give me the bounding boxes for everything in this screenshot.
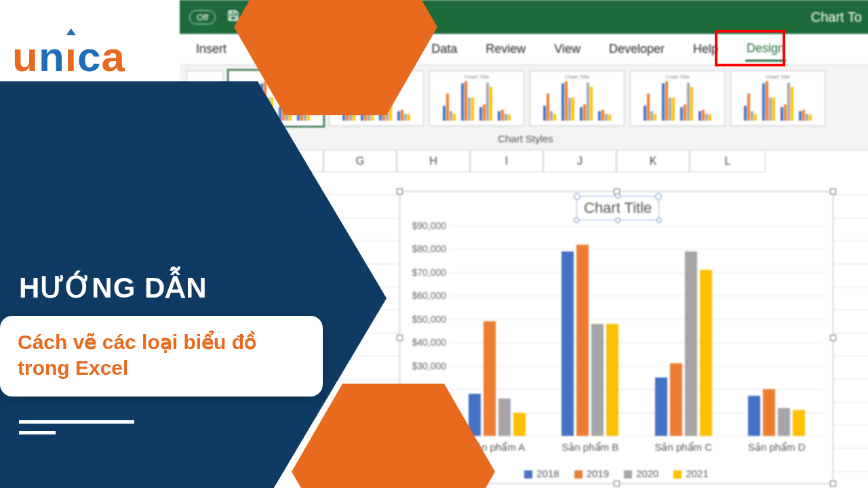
filter-dropdown-icon[interactable]: ▼ bbox=[201, 178, 212, 189]
chart-style-thumbnail[interactable]: Chart Title bbox=[329, 70, 424, 126]
undo-icon[interactable] bbox=[251, 9, 264, 25]
embedded-chart[interactable]: Chart Title $0$10,000$20,000$30,000$40,0… bbox=[399, 191, 833, 484]
redo-dropdown-icon[interactable]: ▼ bbox=[275, 12, 283, 22]
tab-view[interactable]: View bbox=[553, 38, 582, 60]
underline-decoration bbox=[19, 431, 56, 434]
excel-screenshot: Off ▼ Chart To Insert Page Layout Formul… bbox=[180, 0, 868, 488]
column-headers: E F G H I J K L bbox=[180, 150, 868, 172]
chart-legend: 2018 2019 2020 2021 bbox=[400, 468, 833, 479]
tab-formulas[interactable]: Formulas bbox=[351, 38, 404, 60]
autosave-off-pill[interactable]: Off bbox=[189, 10, 216, 24]
quick-access-toolbar: Off ▼ Chart To bbox=[180, 0, 868, 34]
chart-style-thumbnail[interactable]: Chart Title bbox=[630, 70, 725, 126]
tab-insert[interactable]: Insert bbox=[195, 38, 228, 60]
tab-page-layout[interactable]: Page Layout bbox=[254, 38, 325, 60]
worksheet-grid[interactable]: E F G H I J K L ▼ 2021▼ 126$10,017 0$48,… bbox=[180, 150, 868, 488]
chart-style-thumbnail[interactable]: Chart Title bbox=[730, 70, 825, 126]
tab-help[interactable]: Help bbox=[692, 38, 719, 60]
svg-rect-1 bbox=[231, 16, 236, 20]
ribbon-tabs: Insert Page Layout Formulas Data Review … bbox=[180, 34, 868, 65]
chart-tools-context-label: Chart To bbox=[811, 9, 862, 25]
chart-title[interactable]: Chart Title bbox=[576, 196, 659, 220]
chart-plot-area: $0$10,000$20,000$30,000$40,000$50,000$60… bbox=[450, 226, 823, 436]
chart-style-thumbnail[interactable]: Chart Title bbox=[429, 70, 524, 126]
unica-logo: unıca bbox=[12, 33, 125, 81]
chart-style-thumbnail[interactable]: Chart Title bbox=[229, 70, 323, 126]
tab-developer[interactable]: Developer bbox=[608, 38, 666, 60]
save-icon[interactable] bbox=[226, 9, 240, 25]
ribbon-chart-styles: Chart TitleChart TitleChart TitleChart T… bbox=[180, 65, 868, 150]
svg-rect-0 bbox=[231, 11, 235, 14]
underline-decoration bbox=[19, 420, 134, 424]
tab-design[interactable]: Design bbox=[745, 37, 786, 62]
tab-data[interactable]: Data bbox=[430, 38, 458, 60]
filter-dropdown-icon[interactable]: ▼ bbox=[257, 178, 268, 189]
ribbon-group-label: Chart Styles bbox=[186, 126, 865, 147]
data-table-fragment: ▼ 2021▼ 126$10,017 0$48,640 $71,009 $11,… bbox=[180, 172, 305, 287]
chart-style-thumbnail[interactable]: Chart Title bbox=[530, 70, 625, 126]
change-colors-button[interactable] bbox=[186, 70, 223, 126]
tab-review[interactable]: Review bbox=[484, 38, 527, 60]
